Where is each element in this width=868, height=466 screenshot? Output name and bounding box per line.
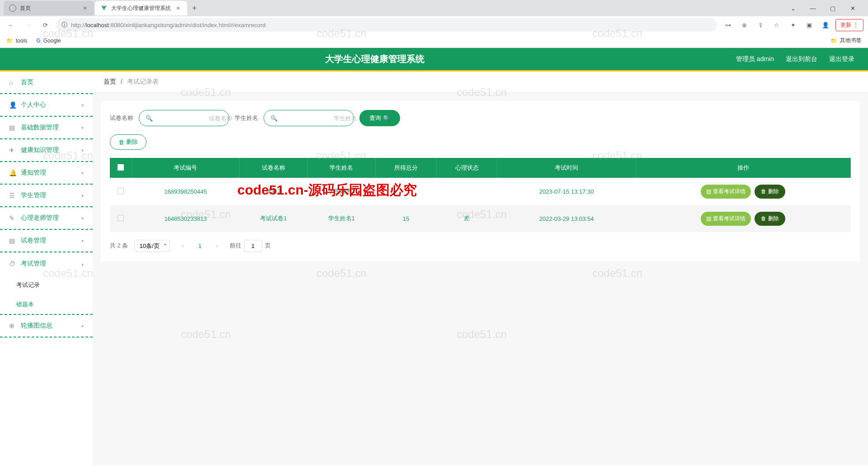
- breadcrumb-current: 考试记录表: [127, 78, 159, 85]
- row-checkbox[interactable]: [118, 188, 124, 194]
- admin-label[interactable]: 管理员 admin: [736, 55, 774, 63]
- profile-icon[interactable]: 👤: [819, 19, 832, 31]
- search-label-paper: 试卷名称: [110, 114, 133, 122]
- current-page[interactable]: 1: [195, 243, 204, 249]
- star-icon[interactable]: ☆: [770, 19, 783, 31]
- share-icon[interactable]: ⇪: [754, 19, 767, 31]
- paper-name-input-wrap: 🔍: [139, 110, 229, 126]
- sidebar-item-basedata[interactable]: ▤ 基础数据管理 ▾: [0, 117, 93, 139]
- database-icon: ▤: [9, 124, 16, 131]
- batch-delete-button[interactable]: 🗑 删除: [110, 134, 146, 150]
- url-text: http://localhost:8080/xinlijiankangxiton…: [71, 22, 266, 29]
- close-icon[interactable]: ✕: [846, 2, 859, 14]
- send-icon: ✈: [9, 147, 16, 154]
- cell-paper-name: 考试试卷1: [240, 205, 307, 232]
- breadcrumb-sep: /: [121, 78, 123, 85]
- minimize-icon[interactable]: —: [807, 2, 819, 14]
- sidebar-item-notice[interactable]: 🔔 通知管理 ▾: [0, 162, 93, 185]
- cell-score: [376, 178, 437, 205]
- search-label-student: 学生姓名: [235, 114, 258, 122]
- row-checkbox[interactable]: [118, 215, 124, 221]
- prev-page-button[interactable]: ‹: [176, 239, 189, 252]
- info-icon: ⓘ: [61, 21, 67, 29]
- dropdown-icon[interactable]: ⌄: [787, 2, 799, 14]
- home-icon: ⌂: [9, 79, 16, 86]
- view-detail-button[interactable]: ▤ 查看考试详情: [701, 212, 751, 226]
- bookmark-tools[interactable]: 📁 tools: [6, 38, 27, 44]
- sidebar-item-exam[interactable]: ⏱ 考试管理 ▴: [0, 252, 93, 275]
- view-detail-button[interactable]: ▤ 查看考试详情: [701, 185, 751, 199]
- app-header: 大学生心理健康管理系统 管理员 admin 退出到前台 退出登录: [0, 48, 868, 71]
- cell-status: 差: [436, 205, 497, 232]
- sidebar-item-home[interactable]: ⌂ 首页: [0, 71, 93, 94]
- col-exam-id: 考试编号: [132, 158, 240, 178]
- next-page-button[interactable]: ›: [211, 239, 223, 252]
- new-tab-button[interactable]: +: [188, 2, 201, 14]
- url-input[interactable]: ⓘ http://localhost:8080/xinlijiankangxit…: [56, 18, 717, 32]
- vue-icon: [100, 5, 108, 12]
- breadcrumb: 首页 / 考试记录表: [93, 71, 868, 93]
- query-button[interactable]: 查询 🔍: [359, 110, 400, 126]
- cell-score: 15: [376, 205, 437, 232]
- tab-close-icon[interactable]: ×: [81, 5, 89, 12]
- browser-tab-active[interactable]: 大学生心理健康管理系统 ×: [95, 1, 187, 15]
- cell-time: 2023-07-15 13:17:30: [497, 178, 636, 205]
- trash-icon: 🗑: [761, 188, 766, 195]
- key-icon[interactable]: ⊶: [722, 19, 734, 31]
- other-bookmarks[interactable]: 📁 其他书签: [830, 37, 862, 44]
- sidebar-item-teacher[interactable]: ✎ 心理老师管理 ▾: [0, 207, 93, 230]
- row-delete-button[interactable]: 🗑 删除: [755, 185, 785, 199]
- extension-icon[interactable]: ✦: [787, 19, 799, 31]
- browser-tab-inactive[interactable]: 首页 ×: [4, 1, 94, 15]
- logout-front-link[interactable]: 退出到前台: [786, 55, 817, 63]
- doc-icon: ▤: [706, 215, 711, 222]
- reload-button[interactable]: ⟳: [39, 19, 52, 31]
- trash-icon: 🗑: [761, 215, 766, 222]
- paper-name-input[interactable]: [156, 115, 232, 122]
- sidebar-item-personal[interactable]: 👤 个人中心 ▾: [0, 94, 93, 117]
- chevron-down-icon: ▾: [81, 323, 84, 328]
- sidebar-item-paper[interactable]: ▤ 试卷管理 ▾: [0, 230, 93, 252]
- bookmark-google[interactable]: G Google: [36, 38, 61, 44]
- student-name-input[interactable]: [281, 115, 357, 122]
- cell-exam-id: 1648530233813: [132, 205, 240, 232]
- cell-student-name: 学生姓名1: [307, 205, 375, 232]
- addr-actions: ⊶ ⊕ ⇪ ☆ ✦ ▣ 👤 更新⋮: [722, 19, 863, 31]
- panel-icon[interactable]: ▣: [803, 19, 816, 31]
- tab-close-icon[interactable]: ×: [175, 5, 182, 12]
- cell-time: 2022-03-29 13:03:54: [497, 205, 636, 232]
- zoom-icon[interactable]: ⊕: [738, 19, 750, 31]
- search-icon: 🔍: [383, 115, 390, 122]
- sidebar-sub-exam-record[interactable]: 考试记录: [0, 275, 93, 295]
- clock-icon: ⏱: [9, 260, 16, 267]
- row-delete-button[interactable]: 🗑 删除: [755, 212, 785, 226]
- maximize-icon[interactable]: ▢: [826, 2, 839, 14]
- jump-page-input[interactable]: [244, 240, 262, 252]
- table-row: 1689398250445 试卷2 学生姓名3 2023-07-15 13:17…: [110, 178, 851, 205]
- sidebar-sub-wrong-book[interactable]: 错题本: [0, 295, 93, 315]
- select-all-checkbox[interactable]: [118, 164, 124, 171]
- logout-link[interactable]: 退出登录: [829, 55, 854, 63]
- breadcrumb-home[interactable]: 首页: [104, 78, 116, 85]
- forward-button[interactable]: →: [22, 19, 34, 31]
- page-size-select[interactable]: 10条/页: [134, 240, 170, 252]
- student-name-input-wrap: 🔍: [264, 110, 354, 126]
- sidebar-item-carousel[interactable]: ⊕ 轮播图信息 ▾: [0, 315, 93, 338]
- cell-paper-name: 试卷2: [240, 178, 307, 205]
- update-button[interactable]: 更新⋮: [835, 19, 863, 31]
- back-button[interactable]: ←: [5, 19, 17, 31]
- address-bar: ← → ⟳ ⓘ http://localhost:8080/xinlijiank…: [0, 16, 868, 33]
- search-row: 试卷名称 🔍 学生姓名 🔍 查询 🔍: [110, 110, 851, 126]
- user-icon: 👤: [9, 101, 16, 109]
- chevron-down-icon: ▾: [81, 103, 84, 108]
- pagination: 共 2 条 10条/页 ‹ 1 › 前往 页: [110, 239, 851, 252]
- sidebar-item-student[interactable]: ☰ 学生管理 ▾: [0, 185, 93, 207]
- col-actions: 操作: [636, 158, 850, 178]
- cell-exam-id: 1689398250445: [132, 178, 240, 205]
- image-icon: ⊕: [9, 322, 16, 329]
- window-controls: ⌄ — ▢ ✕: [787, 2, 864, 14]
- total-count: 共 2 条: [110, 242, 128, 250]
- sidebar-item-health[interactable]: ✈ 健康知识管理 ▾: [0, 139, 93, 162]
- table-header-row: 考试编号 试卷名称 学生姓名 所得总分 心理状态 考试时间 操作: [110, 158, 851, 178]
- teacher-icon: ✎: [9, 214, 16, 222]
